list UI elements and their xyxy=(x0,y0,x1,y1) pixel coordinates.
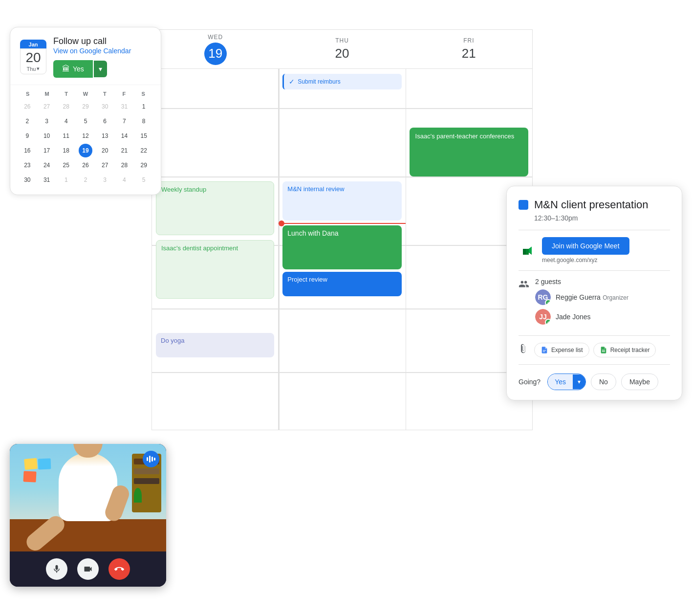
view-on-google-calendar-link[interactable]: View on Google Calendar xyxy=(53,47,131,55)
mini-day[interactable]: 29 xyxy=(79,100,92,113)
mini-day[interactable]: 30 xyxy=(21,173,34,187)
mini-day[interactable]: 16 xyxy=(21,144,34,157)
mini-day[interactable]: 30 xyxy=(98,100,112,113)
rsvp-no-button[interactable]: No xyxy=(591,374,616,390)
going-label: Going? xyxy=(519,378,541,386)
hang-up-button[interactable] xyxy=(108,558,130,580)
mini-day[interactable]: 25 xyxy=(59,158,73,172)
join-google-meet-button[interactable]: Join with Google Meet xyxy=(542,237,629,255)
event-submit[interactable]: ✓ Submit reimburs xyxy=(282,74,401,89)
audio-indicator xyxy=(143,451,159,467)
rsvp-yes-dropdown-button[interactable]: ▾ xyxy=(94,61,107,77)
calendar-grid: WED 19 THU 20 FRI 21 Weekly standup xyxy=(151,29,533,430)
mini-day[interactable]: 27 xyxy=(40,100,54,113)
event-isaac-parent[interactable]: Isaac's parent-teacher conferences xyxy=(410,128,528,176)
svg-rect-4 xyxy=(604,351,605,352)
mini-day[interactable]: 29 xyxy=(137,158,151,172)
mini-day[interactable]: 2 xyxy=(21,114,34,128)
event-project-review[interactable]: Project review xyxy=(282,272,401,296)
mini-day[interactable]: 23 xyxy=(21,158,34,172)
event-mn-internal[interactable]: M&N internal review xyxy=(282,181,401,220)
mini-day[interactable]: 2 xyxy=(79,173,92,187)
hangup-icon xyxy=(114,564,124,574)
mini-day[interactable]: 31 xyxy=(117,100,131,113)
guests-list: 2 guests RG Reggie Guerra Organizer JJ xyxy=(535,278,628,329)
mini-day[interactable]: 24 xyxy=(40,158,54,172)
mini-day[interactable]: 10 xyxy=(40,129,54,143)
mini-day[interactable]: 12 xyxy=(79,129,92,143)
mini-day[interactable]: 13 xyxy=(98,129,112,143)
mini-calendar-card: Jan 20 Thu ▾ Follow up call View on Goog… xyxy=(10,27,161,195)
cal-day-wed[interactable]: WED 19 xyxy=(152,30,279,68)
divider-2 xyxy=(519,270,670,271)
guests-count: 2 guests xyxy=(535,278,628,286)
event-yoga[interactable]: Do yoga xyxy=(156,333,274,357)
mini-day-today[interactable]: 19 xyxy=(79,144,92,157)
toggle-camera-button[interactable] xyxy=(77,558,99,580)
mini-cal-grid: S M T W T F S 26 27 28 29 30 31 1 2 3 4 … xyxy=(10,85,161,195)
mute-mic-button[interactable] xyxy=(46,558,67,580)
mini-day[interactable]: 1 xyxy=(137,100,151,113)
rsvp-maybe-button[interactable]: Maybe xyxy=(621,374,658,390)
mini-day[interactable]: 7 xyxy=(117,114,131,128)
mini-day[interactable]: 1 xyxy=(59,173,73,187)
cal-day-thu[interactable]: THU 20 xyxy=(279,30,405,68)
mini-day[interactable]: 5 xyxy=(137,173,151,187)
mini-day[interactable]: 27 xyxy=(98,158,112,172)
video-controls xyxy=(10,551,166,587)
svg-rect-1 xyxy=(602,350,604,351)
calendar-body: Weekly standup Isaac's dentist appointme… xyxy=(152,69,532,430)
mini-day[interactable]: 28 xyxy=(59,100,73,113)
divider-4 xyxy=(519,364,670,365)
mini-day[interactable]: 20 xyxy=(98,144,112,157)
guests-row: 2 guests RG Reggie Guerra Organizer JJ xyxy=(519,278,670,329)
event-weekly-standup[interactable]: Weekly standup xyxy=(156,181,274,235)
mini-day[interactable]: 3 xyxy=(98,173,112,187)
mini-day[interactable]: 5 xyxy=(79,114,92,128)
mini-day[interactable]: 18 xyxy=(59,144,73,157)
attachment-receipt-tracker[interactable]: Receipt tracker xyxy=(593,343,656,357)
guest-jade: JJ Jade Jones xyxy=(535,309,628,325)
mini-day[interactable]: 26 xyxy=(21,100,34,113)
rsvp-yes-main-button[interactable]: Yes xyxy=(548,374,573,390)
guest-accepted-badge-2 xyxy=(545,319,551,325)
mini-day[interactable]: 17 xyxy=(40,144,54,157)
rsvp-yes-arrow-button[interactable]: ▾ xyxy=(573,374,585,389)
mini-day[interactable]: 4 xyxy=(59,114,73,128)
mini-day[interactable]: 6 xyxy=(98,114,112,128)
google-meet-row: Join with Google Meet meet.google.com/xy… xyxy=(519,237,670,264)
rsvp-yes-button[interactable]: 🏛 Yes xyxy=(53,60,93,78)
attachment-expense-list[interactable]: Expense list xyxy=(534,343,589,357)
attachments-row: Expense list Receipt tracker xyxy=(519,343,670,357)
mini-day[interactable]: 31 xyxy=(40,173,54,187)
mini-day[interactable]: 4 xyxy=(117,173,131,187)
mini-day[interactable]: 3 xyxy=(40,114,54,128)
event-title: M&N client presentation xyxy=(534,198,649,212)
mini-day[interactable]: 21 xyxy=(117,144,131,157)
mini-cal-day-headers: S M T W T F S xyxy=(18,91,153,97)
mini-day[interactable]: 14 xyxy=(117,129,131,143)
google-meet-icon xyxy=(519,242,536,259)
event-time: 12:30–1:30pm xyxy=(534,214,670,222)
guest-info-jade: Jade Jones xyxy=(556,312,591,321)
event-dentist[interactable]: Isaac's dentist appointment xyxy=(156,240,274,299)
mini-day[interactable]: 28 xyxy=(117,158,131,172)
rsvp-buttons: 🏛 Yes ▾ xyxy=(53,60,131,78)
calendar-icon-block: Jan 20 Thu ▾ xyxy=(20,40,46,74)
mini-day[interactable]: 26 xyxy=(79,158,92,172)
mini-day[interactable]: 22 xyxy=(137,144,151,157)
mini-cal-info: Follow up call View on Google Calendar 🏛… xyxy=(53,36,131,78)
mini-day[interactable]: 8 xyxy=(137,114,151,128)
cal-day-fri[interactable]: FRI 21 xyxy=(406,30,532,68)
mini-day[interactable]: 11 xyxy=(59,129,73,143)
event-title-row: M&N client presentation xyxy=(519,198,670,212)
event-lunch-dana[interactable]: Lunch with Dana xyxy=(282,225,401,269)
mini-day[interactable]: 15 xyxy=(137,129,151,143)
mini-day[interactable]: 9 xyxy=(21,129,34,143)
mini-cal-header: Jan 20 Thu ▾ Follow up call View on Goog… xyxy=(10,27,161,85)
guest-avatar-jade: JJ xyxy=(535,309,551,325)
attachment-icon xyxy=(519,344,528,356)
google-docs-icon xyxy=(541,346,548,354)
follow-up-title: Follow up call xyxy=(53,36,131,46)
video-frame xyxy=(10,444,166,551)
